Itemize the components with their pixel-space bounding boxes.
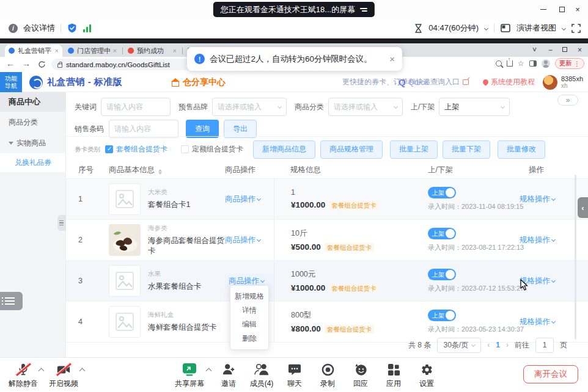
- browser-close-button[interactable]: ×: [578, 46, 582, 54]
- batch-off-shelf-button[interactable]: 批量下架: [443, 140, 490, 159]
- view-chevron-down-icon[interactable]: [562, 26, 566, 30]
- spec-manage-button[interactable]: 商品规格管理: [320, 140, 383, 159]
- security-shield-icon[interactable]: [67, 23, 78, 34]
- shelf-toggle[interactable]: 上架: [428, 187, 456, 198]
- category-placeholder: 请选择或输入: [334, 102, 378, 112]
- unmute-button[interactable]: 解除静音: [4, 362, 43, 389]
- keyword-input[interactable]: [101, 98, 171, 116]
- spec-op-dropdown[interactable]: 规格操作: [520, 195, 555, 203]
- goto-page-input[interactable]: [535, 338, 554, 353]
- share-center-link[interactable]: 仓分享中心: [171, 72, 226, 92]
- batch-on-shelf-button[interactable]: 批量上架: [390, 140, 438, 159]
- sidebar-item-label: 商品分类: [9, 117, 38, 128]
- nav-toggle-badge[interactable]: 功能 导航: [0, 72, 22, 92]
- shelf-toggle[interactable]: 上架: [428, 310, 456, 321]
- sidebar-item-goods-category[interactable]: 商品分类: [0, 112, 65, 132]
- add-product-button[interactable]: 新增商品信息: [253, 140, 315, 159]
- share-icon[interactable]: [507, 60, 513, 67]
- fullscreen-icon[interactable]: [571, 24, 581, 33]
- leave-meeting-button[interactable]: 离开会议: [523, 365, 578, 383]
- window-close-button[interactable]: ×: [572, 4, 583, 15]
- meeting-list-float-button[interactable]: [0, 292, 23, 310]
- view-mode-button[interactable]: 演讲者视图: [516, 23, 556, 34]
- forward-icon[interactable]: →: [22, 59, 31, 68]
- brand-select[interactable]: 请选择或输入: [212, 98, 287, 116]
- browser-profile-icon[interactable]: [542, 59, 550, 68]
- search-icon[interactable]: [496, 60, 502, 67]
- browser-tab[interactable]: 门店管理中心 ×: [64, 45, 120, 57]
- divider: [494, 24, 494, 32]
- side-panel-icon[interactable]: [529, 60, 537, 67]
- menu-item-details[interactable]: 详情: [230, 303, 268, 318]
- window-minimize-button[interactable]: [538, 4, 549, 15]
- window-maximize-button[interactable]: [556, 4, 567, 15]
- product-name: 水果套餐组合卡: [148, 281, 202, 292]
- reload-icon[interactable]: [38, 60, 46, 68]
- col-info[interactable]: 商品基本信息: [109, 165, 225, 175]
- meeting-bottom-bar: 解除静音 开启视频 共享屏幕: [0, 357, 588, 392]
- banner-menu-icon[interactable]: [360, 7, 367, 13]
- product-op-dropdown[interactable]: 商品操作: [225, 235, 274, 245]
- fixed-card-checkbox[interactable]: [181, 145, 189, 153]
- product-category: 海参类: [148, 224, 225, 233]
- spec-op-dropdown[interactable]: 规格操作: [520, 318, 555, 326]
- product-op-dropdown[interactable]: 商品操作: [225, 194, 274, 205]
- browser-tab[interactable]: 预约成功 ×: [124, 45, 180, 57]
- menu-item-edit[interactable]: 编辑: [230, 318, 268, 332]
- browser-minimize-button[interactable]: −: [548, 46, 553, 54]
- menu-item-delete[interactable]: 删除: [230, 332, 268, 346]
- tab-close-icon[interactable]: ×: [55, 47, 59, 54]
- browser-update-button[interactable]: 更新 ⋮: [555, 58, 585, 69]
- sidebar-collapse-handle[interactable]: [57, 215, 66, 231]
- shelf-select[interactable]: 上架: [439, 98, 510, 116]
- sort-icon[interactable]: [158, 169, 162, 175]
- spec-op-dropdown[interactable]: 规格操作: [520, 236, 555, 244]
- share-screen-button[interactable]: 共享屏幕: [170, 362, 209, 389]
- current-page[interactable]: 1: [496, 341, 500, 349]
- tab-search-chevron-icon[interactable]: ˅: [532, 46, 537, 54]
- sidebar-item-physical-goods[interactable]: 实物商品: [0, 132, 65, 153]
- record-icon: [322, 363, 334, 376]
- settings-button[interactable]: 设置: [407, 362, 446, 389]
- sidebar-item-gift-voucher[interactable]: 兑换礼品券: [0, 153, 65, 172]
- house-icon: [171, 78, 180, 86]
- table-row[interactable]: 3 水果 水果套餐组合卡 商品操作 1000元 ¥1000.00套餐组合提货卡: [66, 261, 588, 302]
- filters-collapse-button[interactable]: »: [557, 95, 578, 106]
- export-button[interactable]: 导出: [224, 120, 257, 138]
- page-size-select[interactable]: 30条/页: [437, 338, 481, 353]
- search-button[interactable]: 查询: [186, 120, 219, 138]
- tab-title: 门店管理中心: [77, 46, 110, 56]
- fixed-card-checkbox-label[interactable]: 定额组合提货卡: [192, 144, 243, 154]
- tab-close-icon[interactable]: ×: [173, 47, 177, 54]
- price: ¥1000.00: [291, 283, 325, 292]
- tutorial-link[interactable]: 系统使用教程: [483, 72, 535, 92]
- menu-item-add-spec[interactable]: 新增规格: [230, 289, 268, 303]
- browser-tab-active[interactable]: 礼盒营销平台管理中心 ×: [5, 45, 62, 57]
- next-page-button[interactable]: ›: [506, 341, 509, 349]
- meeting-notification: ! 会议已超过2人，自动转为60分钟限时会议。 ×: [187, 47, 402, 71]
- quick-search[interactable]: Q Quick: [399, 72, 428, 92]
- package-card-checkbox-label[interactable]: 套餐组合提货卡: [116, 144, 167, 154]
- back-icon[interactable]: ←: [6, 59, 15, 68]
- meeting-details-button[interactable]: 会议详情: [23, 23, 55, 34]
- table-row[interactable]: 2 海参类 海参商品套餐组合提货卡 商品操作 10斤 ¥500.00套餐组合提货…: [66, 220, 588, 261]
- batch-edit-button[interactable]: 批量修改: [498, 140, 545, 159]
- category-select[interactable]: 请选择或输入: [328, 98, 403, 116]
- table-row[interactable]: 1 大米类 套餐组合卡1 商品操作 1 ¥1000.00套餐组合提货卡: [66, 179, 588, 220]
- browser-menu-icon[interactable]: ⋮: [574, 60, 581, 67]
- main-content: 关键词 预售品牌 请选择或输入 商品分类 请选择或输入 上/下架 上架 » 销售…: [66, 92, 588, 357]
- start-video-button[interactable]: 开启视频: [44, 362, 83, 389]
- shelf-toggle[interactable]: 上架: [428, 269, 456, 280]
- user-block[interactable]: 8385xh xh: [543, 72, 583, 92]
- browser-restore-button[interactable]: [562, 47, 567, 52]
- tab-close-icon[interactable]: ×: [113, 47, 117, 54]
- notification-close-icon[interactable]: ×: [389, 54, 395, 64]
- right-panel-handle[interactable]: ‹: [578, 197, 588, 218]
- timer-chevron-down-icon[interactable]: [484, 26, 488, 30]
- bookmark-star-icon[interactable]: ☆: [518, 59, 524, 68]
- scrollbar[interactable]: [575, 175, 576, 339]
- shelf-toggle[interactable]: 上架: [428, 228, 456, 239]
- prev-page-button[interactable]: ‹: [487, 341, 490, 349]
- package-card-checkbox[interactable]: [105, 145, 113, 153]
- barcode-input[interactable]: [109, 120, 178, 138]
